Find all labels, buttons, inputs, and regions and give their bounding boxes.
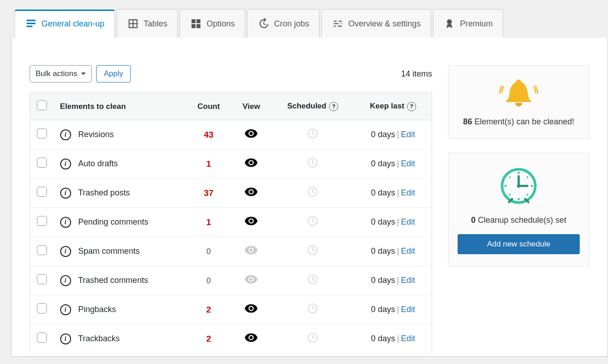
row-checkbox[interactable] — [37, 187, 47, 197]
scheduled-icon — [307, 249, 319, 258]
eye-icon[interactable] — [245, 304, 258, 313]
table-row: iTrackbacks20 days|Edit — [30, 324, 432, 354]
eye-icon[interactable] — [245, 333, 258, 342]
element-label: Pingbacks — [78, 305, 116, 314]
count-value: 1 — [206, 159, 211, 169]
tab-label: Overview & settings — [348, 19, 421, 29]
row-checkbox[interactable] — [37, 274, 47, 284]
element-label: Auto drafts — [78, 159, 118, 169]
keep-days: 0 days — [371, 188, 395, 197]
select-all-checkbox[interactable] — [37, 100, 47, 110]
element-label: Trashed posts — [78, 188, 130, 198]
count-value: 1 — [206, 217, 211, 227]
element-label: Spam comments — [78, 246, 140, 256]
row-checkbox[interactable] — [37, 158, 47, 168]
count-value: 0 — [206, 246, 211, 256]
eye-icon — [245, 246, 258, 255]
apply-button[interactable]: Apply — [96, 65, 131, 82]
info-icon[interactable]: i — [60, 304, 71, 315]
tab-premium[interactable]: Premium — [433, 9, 503, 38]
keep-days: 0 days — [371, 276, 395, 285]
help-icon[interactable]: ? — [407, 102, 416, 111]
table-row: iTrashed comments00 days|Edit — [30, 266, 432, 295]
info-icon[interactable]: i — [60, 333, 71, 344]
cleanup-table: Elements to clean Count View Scheduled? … — [30, 92, 432, 354]
scheduled-icon — [307, 190, 319, 200]
count-value: 0 — [206, 276, 211, 285]
scheduled-icon — [307, 161, 319, 170]
row-checkbox[interactable] — [37, 303, 47, 313]
bulk-actions-label: Bulk actions — [36, 69, 77, 78]
info-icon[interactable]: i — [60, 275, 71, 286]
tab-overview-settings[interactable]: Overview & settings — [321, 9, 431, 38]
edit-link[interactable]: Edit — [401, 276, 415, 285]
cleanable-text: 86 Element(s) can be cleaned! — [458, 117, 580, 127]
edit-link[interactable]: Edit — [401, 130, 415, 139]
tab-label: Premium — [460, 19, 493, 29]
tab-label: Options — [206, 19, 235, 29]
scheduled-icon — [307, 278, 319, 287]
col-scheduled: Scheduled? — [271, 93, 355, 120]
info-icon[interactable]: i — [60, 188, 71, 199]
col-view: View — [232, 93, 271, 120]
element-label: Trashed comments — [78, 276, 148, 285]
element-label: Trackbacks — [78, 334, 120, 343]
tab-tables[interactable]: Tables — [117, 9, 178, 38]
tab-label: Tables — [144, 19, 167, 29]
grid-icon — [190, 18, 202, 30]
list-icon — [25, 18, 37, 30]
cleanable-card: 86 Element(s) can be cleaned! — [448, 65, 589, 139]
table-row: iAuto drafts10 days|Edit — [30, 149, 432, 179]
eye-icon[interactable] — [245, 216, 258, 226]
tab-general-cleanup[interactable]: General clean-up — [15, 10, 115, 38]
tab-label: General clean-up — [41, 19, 104, 29]
svg-point-19 — [509, 194, 511, 195]
count-value: 2 — [206, 305, 211, 314]
eye-icon[interactable] — [245, 187, 258, 196]
count-value: 37 — [204, 188, 213, 198]
row-checkbox[interactable] — [37, 216, 47, 226]
tab-options[interactable]: Options — [180, 9, 245, 38]
info-icon[interactable]: i — [60, 159, 71, 169]
help-icon[interactable]: ? — [329, 102, 338, 111]
scheduled-icon — [307, 132, 319, 141]
edit-link[interactable]: Edit — [401, 159, 415, 168]
schedule-card: 0 Cleanup schedule(s) set Add new schedu… — [448, 153, 589, 267]
history-icon — [258, 18, 269, 30]
eye-icon[interactable] — [245, 129, 258, 138]
row-checkbox[interactable] — [37, 128, 47, 138]
count-value: 2 — [206, 334, 211, 343]
edit-link[interactable]: Edit — [401, 188, 415, 197]
keep-days: 0 days — [371, 246, 395, 256]
edit-link[interactable]: Edit — [401, 246, 415, 256]
keep-days: 0 days — [371, 217, 395, 226]
tab-cron-jobs[interactable]: Cron jobs — [247, 9, 319, 38]
edit-link[interactable]: Edit — [401, 305, 415, 314]
eye-icon[interactable] — [245, 158, 258, 167]
sliders-icon — [332, 18, 344, 30]
table-row: iSpam comments00 days|Edit — [30, 237, 432, 266]
svg-point-18 — [526, 176, 528, 178]
add-schedule-button[interactable]: Add new schedule — [458, 234, 580, 254]
schedule-text: 0 Cleanup schedule(s) set — [458, 215, 580, 225]
svg-point-15 — [505, 185, 507, 187]
edit-link[interactable]: Edit — [401, 217, 415, 226]
clock-icon — [458, 165, 580, 210]
scheduled-icon — [307, 220, 319, 229]
bell-icon — [458, 77, 580, 112]
row-checkbox[interactable] — [37, 245, 47, 255]
info-icon[interactable]: i — [60, 217, 71, 228]
scheduled-icon — [307, 307, 319, 316]
col-count: Count — [185, 93, 232, 120]
keep-days: 0 days — [371, 305, 395, 314]
info-icon[interactable]: i — [60, 246, 71, 257]
count-value: 43 — [204, 130, 213, 139]
info-icon[interactable]: i — [60, 129, 71, 140]
keep-days: 0 days — [371, 334, 395, 343]
table-row: iPingbacks20 days|Edit — [30, 295, 432, 324]
table-row: iTrashed posts370 days|Edit — [30, 179, 432, 208]
bulk-actions-select[interactable]: Bulk actions — [30, 65, 92, 82]
items-count: 14 items — [401, 69, 432, 79]
row-checkbox[interactable] — [37, 333, 47, 343]
edit-link[interactable]: Edit — [401, 334, 415, 343]
